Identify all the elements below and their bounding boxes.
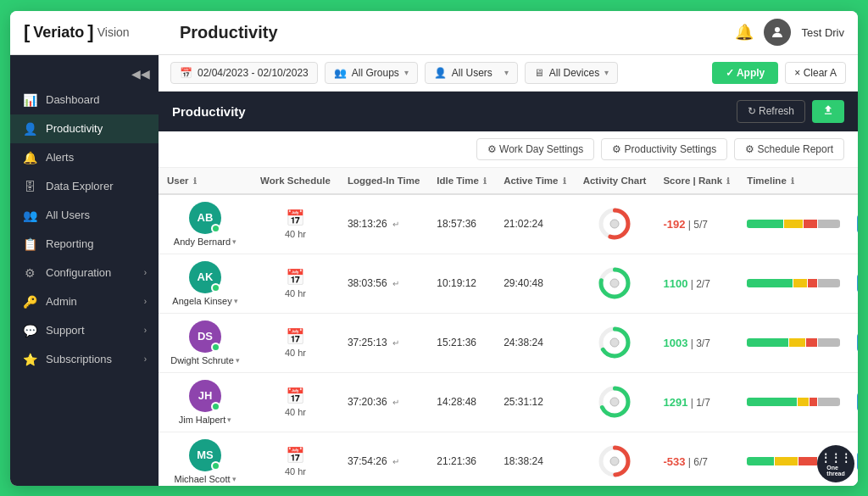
user-details-button[interactable]: User Details [857,393,858,411]
subscriptions-icon: ⭐ [22,353,37,366]
page-title: Productivity [180,23,735,42]
productivity-icon: 👤 [22,122,37,136]
col-idle: Idle Time ℹ [428,168,495,194]
activity-chart-cell [575,313,655,372]
idle-time-cell: 21:21:36 [428,432,495,486]
user-name-label[interactable]: Michael Scott ▾ [174,474,236,484]
score-rank-cell: -192 | 5/7 [654,194,738,254]
productivity-settings-button[interactable]: ⚙ Productivity Settings [601,138,727,160]
details-cell: User Details [849,313,858,372]
user-name-label[interactable]: Jim Halpert ▾ [179,415,232,425]
devices-filter[interactable]: 🖥 All Devices ▾ [525,62,618,84]
score-rank-cell: 1100 | 2/7 [654,254,738,313]
sidebar-item-subscriptions[interactable]: ⭐ Subscriptions › [10,345,159,374]
active-time-cell: 18:38:24 [495,432,575,486]
sidebar-item-label: Configuration [46,266,111,279]
details-cell: User Details [849,372,858,432]
sidebar-item-alerts[interactable]: 🔔 Alerts [10,143,159,172]
productivity-table-wrapper: User ℹ Work Schedule Logged-In Time Idle… [159,168,858,486]
svg-point-6 [610,279,619,287]
score-value: -533 [663,455,685,468]
reporting-icon: 📋 [22,237,37,251]
rank-value: | 2/7 [691,278,710,290]
sidebar-item-label: Subscriptions [46,353,112,365]
sidebar-item-data-explorer[interactable]: 🗄 Data Explorer [10,172,159,201]
logged-in-time: 37:25:13 ↵ [348,337,399,348]
user-name-label[interactable]: Andy Bernard ▾ [174,237,236,247]
apply-button[interactable]: ✓ Apply [712,62,778,84]
sidebar: ◀◀ 📊 Dashboard 👤 Productivity 🔔 Alerts 🗄… [10,55,159,486]
sidebar-item-dashboard[interactable]: 📊 Dashboard [10,86,159,114]
donut-chart [583,266,647,300]
details-cell: User Details [849,254,858,313]
calendar-icon: 📅 [286,387,304,405]
user-name: Test Driv [801,26,844,39]
schedule-label: 40 hr [285,229,306,239]
svg-point-3 [610,220,619,228]
export-button[interactable] [812,100,844,123]
table-row: MS Michael Scott ▾ 📅 40 hr 37:54:26 ↵ 21… [159,432,858,486]
active-time: 21:02:24 [504,218,543,230]
work-schedule-cell: 📅 40 hr [252,313,339,372]
active-time-cell: 21:02:24 [495,194,575,254]
sidebar-item-support[interactable]: 💬 Support › [10,316,159,345]
work-schedule-cell: 📅 40 hr [252,194,339,254]
logo-bracket-open: [ [24,21,30,43]
refresh-button[interactable]: ↻ Refresh [737,100,805,123]
donut-chart [583,385,647,419]
users-label: All Users [452,67,492,79]
rank-value: | 5/7 [688,219,708,231]
work-schedule-cell: 📅 40 hr [252,372,339,432]
clear-button[interactable]: × Clear A [785,62,846,84]
idle-time: 21:21:36 [437,455,476,467]
score-value: 1291 [663,396,687,409]
col-active: Active Time ℹ [495,168,575,194]
date-range-filter[interactable]: 📅 02/04/2023 - 02/10/2023 [170,62,318,84]
notification-icon[interactable]: 🔔 [735,23,754,42]
active-time: 18:38:24 [504,455,543,467]
user-details-button[interactable]: User Details [857,274,858,293]
score-value: 1003 [663,337,687,349]
support-icon: 💬 [22,324,37,337]
sidebar-item-label: Admin [46,295,77,308]
user-details-button[interactable]: User Details [857,333,858,352]
user-details-button[interactable]: User Details [857,452,858,471]
logged-in-cell: 38:13:26 ↵ [339,194,428,254]
user-details-button[interactable]: User Details [857,215,858,233]
user-name-label[interactable]: Dwight Schrute ▾ [170,355,240,365]
idle-time: 18:57:36 [437,218,476,230]
sidebar-item-label: Productivity [46,122,103,135]
work-day-settings-button[interactable]: ⚙ Work Day Settings [476,138,594,160]
date-range-value: 02/04/2023 - 02/10/2023 [198,67,309,79]
active-time-cell: 29:40:48 [495,254,575,313]
schedule-report-button[interactable]: ⚙ Schedule Report [734,138,844,160]
users-filter[interactable]: 👤 All Users ▾ [425,62,518,84]
device-icon: 🖥 [534,67,544,79]
calendar-icon: 📅 [286,268,304,287]
actions-bar: ⚙ Work Day Settings ⚙ Productivity Setti… [159,131,858,168]
sidebar-collapse[interactable]: ◀◀ [10,62,159,86]
logo-bracket-close: ] [87,21,93,43]
page-header-actions: ↻ Refresh [737,100,844,123]
top-nav: [ Veriato ] Vision Productivity 🔔 Test D… [10,11,858,55]
chevron-right-icon: › [144,268,147,277]
col-logged-in: Logged-In Time [339,168,428,194]
sidebar-item-reporting[interactable]: 📋 Reporting [10,230,159,259]
sidebar-item-configuration[interactable]: ⚙ Configuration › [10,259,159,287]
collapse-icon[interactable]: ◀◀ [131,67,150,81]
score-value: -192 [663,218,685,231]
alerts-icon: 🔔 [22,151,37,164]
group-icon: 👥 [334,67,347,79]
user-name-label[interactable]: Angela Kinsey ▾ [172,296,237,306]
groups-filter[interactable]: 👥 All Groups ▾ [325,62,418,84]
user-avatar[interactable] [764,19,791,46]
admin-icon: 🔑 [22,295,37,309]
sidebar-item-productivity[interactable]: 👤 Productivity [10,114,159,143]
sidebar-item-label: Support [46,324,85,337]
sidebar-item-admin[interactable]: 🔑 Admin › [10,287,159,316]
col-user: User ℹ [159,168,252,194]
svg-point-12 [610,398,619,406]
sidebar-item-label: Data Explorer [46,180,113,192]
chevron-right-icon: › [144,354,147,364]
sidebar-item-all-users[interactable]: 👥 All Users [10,201,159,230]
